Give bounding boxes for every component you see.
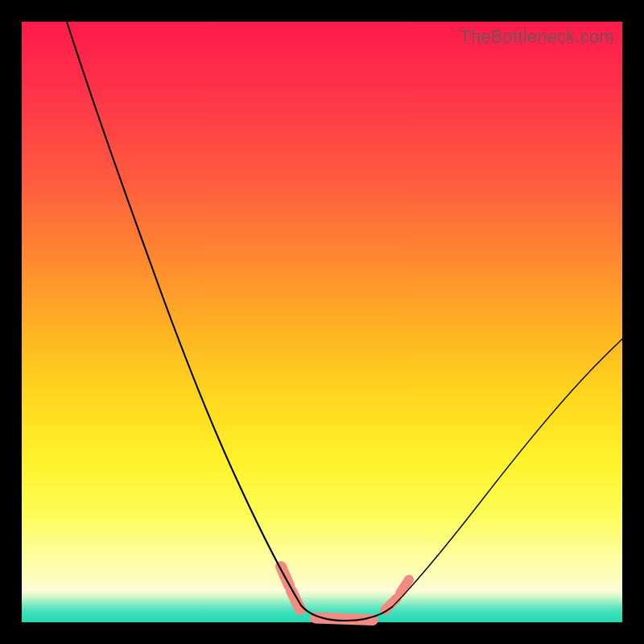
plot-area: TheBottleneck.com bbox=[22, 22, 622, 622]
chart-frame: TheBottleneck.com bbox=[0, 0, 644, 644]
curve-layer bbox=[22, 22, 622, 622]
right-branch-curve bbox=[392, 339, 622, 607]
left-branch-curve bbox=[67, 22, 301, 605]
salmon-right-dash bbox=[385, 580, 409, 610]
